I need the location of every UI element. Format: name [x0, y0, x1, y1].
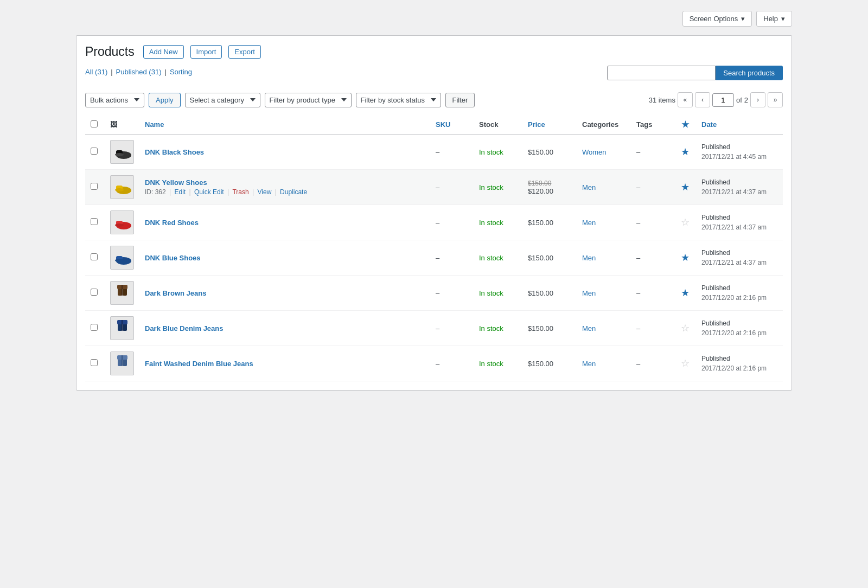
stock-col-header: Stock — [479, 120, 498, 129]
help-button[interactable]: Help ▾ — [756, 11, 792, 27]
product-date: 2017/12/21 at 4:37 am — [701, 188, 767, 196]
featured-star-filled[interactable]: ★ — [681, 287, 690, 298]
product-thumbnail — [110, 140, 134, 164]
product-category-link[interactable]: Men — [582, 183, 596, 191]
row-actions: ID: 362 | Edit | Quick Edit | Trash | Vi… — [145, 188, 425, 196]
featured-star-filled[interactable]: ★ — [681, 252, 690, 263]
featured-star-filled[interactable]: ★ — [681, 182, 690, 193]
product-stock-status: In stock — [479, 360, 503, 368]
product-category-link[interactable]: Men — [582, 254, 596, 262]
table-row: Faint Washed Denim Blue Jeans – In stock… — [85, 346, 783, 381]
trash-link[interactable]: Trash — [232, 188, 248, 196]
featured-star-empty[interactable]: ☆ — [681, 217, 690, 228]
pagination-prev-button[interactable]: ‹ — [695, 92, 710, 107]
product-name-link[interactable]: Dark Brown Jeans — [145, 289, 206, 297]
product-name-link[interactable]: DNK Red Shoes — [145, 219, 199, 227]
products-table: 🖼 Name SKU Stock Price Catego — [85, 115, 783, 381]
product-name-cell: DNK Red Shoes — [139, 205, 430, 240]
svg-point-7 — [115, 188, 124, 191]
pagination-last-button[interactable]: » — [768, 92, 783, 107]
sorting-filter-link[interactable]: Sorting — [170, 68, 192, 76]
svg-point-15 — [115, 259, 124, 262]
product-name-link[interactable]: DNK Black Shoes — [145, 148, 204, 156]
search-input[interactable] — [607, 66, 716, 80]
filter-button[interactable]: Filter — [445, 93, 475, 107]
featured-star-filled[interactable]: ★ — [681, 146, 690, 157]
product-stock-cell: In stock — [474, 205, 522, 240]
product-name-link[interactable]: Faint Washed Denim Blue Jeans — [145, 360, 253, 368]
row-checkbox-cell — [85, 346, 105, 381]
pagination-current-page[interactable] — [712, 93, 734, 107]
table-row: Dark Blue Denim Jeans – In stock $150.00… — [85, 311, 783, 346]
product-thumbnail — [110, 246, 134, 270]
row-checkbox[interactable] — [91, 253, 98, 260]
product-tags: – — [636, 360, 640, 368]
screen-options-button[interactable]: Screen Options ▾ — [682, 11, 752, 27]
product-date-cell: Published 2017/12/21 at 4:37 am — [696, 205, 783, 240]
product-thumbnail-cell — [105, 205, 139, 240]
row-checkbox[interactable] — [91, 183, 98, 190]
published-filter-link[interactable]: Published (31) — [116, 68, 162, 76]
product-category-link[interactable]: Women — [582, 148, 607, 156]
row-checkbox[interactable] — [91, 359, 98, 366]
price: $150.00 — [528, 324, 553, 333]
pagination-first-button[interactable]: « — [678, 92, 693, 107]
edit-link[interactable]: Edit — [175, 188, 186, 196]
product-price-cell: $150.00 — [522, 346, 577, 381]
price-col-header[interactable]: Price — [528, 120, 545, 129]
product-category-link[interactable]: Men — [582, 219, 596, 227]
quick-edit-link[interactable]: Quick Edit — [194, 188, 224, 196]
featured-star-empty[interactable]: ☆ — [681, 358, 690, 369]
product-category-link[interactable]: Men — [582, 324, 596, 333]
add-new-button[interactable]: Add New — [143, 45, 184, 59]
row-checkbox[interactable] — [91, 148, 98, 155]
apply-button[interactable]: Apply — [149, 93, 181, 107]
row-checkbox[interactable] — [91, 218, 98, 225]
table-row: Dark Brown Jeans – In stock $150.00 Men … — [85, 276, 783, 311]
sku-col-header[interactable]: SKU — [436, 120, 450, 129]
product-stock-status: In stock — [479, 289, 503, 297]
product-thumbnail-cell — [105, 311, 139, 346]
stock-status-filter-select[interactable]: Filter by stock status — [356, 93, 441, 107]
search-products-button[interactable]: Search products — [716, 66, 783, 80]
row-checkbox[interactable] — [91, 324, 98, 331]
product-name-link[interactable]: DNK Yellow Shoes — [145, 178, 207, 187]
duplicate-link[interactable]: Duplicate — [280, 188, 307, 196]
product-tags-cell: – — [631, 170, 674, 205]
screen-options-label: Screen Options — [690, 15, 738, 23]
featured-star-empty[interactable]: ☆ — [681, 323, 690, 334]
name-col-header[interactable]: Name — [145, 120, 164, 129]
product-stock-cell: In stock — [474, 170, 522, 205]
product-thumbnail-cell — [105, 346, 139, 381]
date-col-header[interactable]: Date — [701, 120, 717, 129]
view-link[interactable]: View — [258, 188, 272, 196]
select-all-checkbox[interactable] — [91, 120, 98, 127]
product-stock-cell: In stock — [474, 346, 522, 381]
table-row: DNK Red Shoes – In stock $150.00 Men – ☆… — [85, 205, 783, 240]
row-checkbox[interactable] — [91, 289, 98, 296]
page-title: Products — [85, 44, 135, 59]
product-date-status: Published — [701, 248, 777, 258]
category-filter-select[interactable]: Select a category — [185, 93, 260, 107]
bulk-actions-select[interactable]: Bulk actions — [85, 93, 144, 107]
product-tags: – — [636, 324, 640, 333]
screen-options-chevron-icon: ▾ — [741, 15, 745, 23]
product-stock-cell: In stock — [474, 135, 522, 170]
price-old: $150.00 — [528, 180, 571, 187]
product-type-filter-select[interactable]: Filter by product type — [265, 93, 352, 107]
pagination-next-button[interactable]: › — [750, 92, 765, 107]
product-name-link[interactable]: Dark Blue Denim Jeans — [145, 324, 224, 333]
sep2: | — [164, 68, 166, 76]
product-tags-cell: – — [631, 240, 674, 276]
product-category-cell: Men — [577, 346, 631, 381]
import-button[interactable]: Import — [190, 45, 222, 59]
product-category-link[interactable]: Men — [582, 360, 596, 368]
product-category-cell: Men — [577, 276, 631, 311]
product-thumbnail-cell — [105, 135, 139, 170]
product-category-link[interactable]: Men — [582, 289, 596, 297]
export-button[interactable]: Export — [228, 45, 261, 59]
product-thumbnail-cell — [105, 170, 139, 205]
product-name-link[interactable]: DNK Blue Shoes — [145, 254, 201, 262]
product-name-cell: Dark Blue Denim Jeans — [139, 311, 430, 346]
all-filter-link[interactable]: All (31) — [85, 68, 107, 76]
